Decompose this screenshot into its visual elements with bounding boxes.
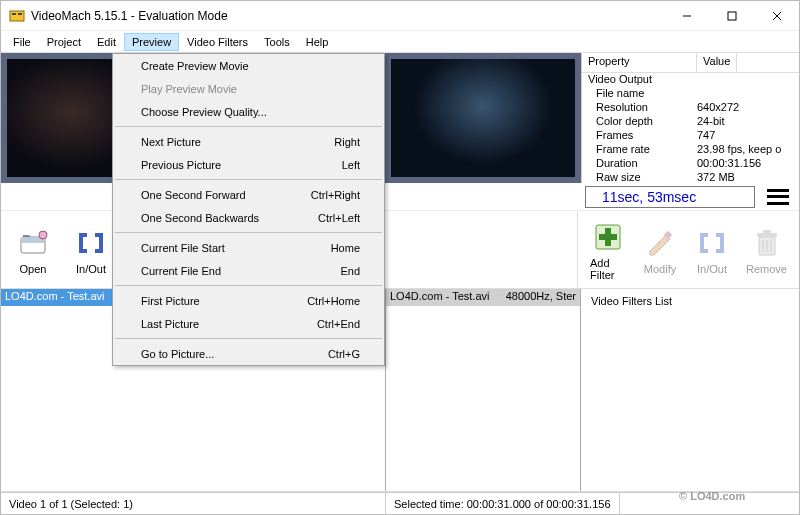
prop-row: Raw size372 MB xyxy=(582,171,799,183)
remove-button: Remove xyxy=(744,223,789,277)
tool-label: In/Out xyxy=(76,263,106,275)
svg-text:© LO4D.com: © LO4D.com xyxy=(679,490,745,502)
list-item[interactable]: LO4D.com - Test.avi 48000Hz, Ster xyxy=(386,289,580,306)
add-filter-button[interactable]: Add Filter xyxy=(588,217,628,283)
menu-item-shortcut: Home xyxy=(331,242,360,254)
svg-rect-16 xyxy=(763,230,771,233)
app-window: VideoMach 5.15.1 - Evaluation Mode FileP… xyxy=(0,0,800,515)
prop-row: File name xyxy=(582,87,799,101)
properties-body: Video Output File nameResolution640x272C… xyxy=(582,73,799,183)
prop-name: Raw size xyxy=(582,171,697,183)
prop-name: File name xyxy=(582,87,697,101)
inout2-button: In/Out xyxy=(692,223,732,277)
menu-item-label: Next Picture xyxy=(141,136,201,148)
menu-edit[interactable]: Edit xyxy=(89,33,124,51)
minimize-button[interactable] xyxy=(664,1,709,30)
titlebar: VideoMach 5.15.1 - Evaluation Mode xyxy=(1,1,799,31)
modify-icon xyxy=(642,225,678,261)
menu-item-label: One Second Forward xyxy=(141,189,246,201)
menu-item-create-preview-movie[interactable]: Create Preview Movie xyxy=(113,54,384,77)
menu-separator xyxy=(115,338,382,339)
menu-item-label: Create Preview Movie xyxy=(141,60,249,72)
menubar: FileProjectEditPreviewVideo FiltersTools… xyxy=(1,31,799,53)
svg-rect-15 xyxy=(757,233,777,237)
inout2-icon xyxy=(694,225,730,261)
menu-separator xyxy=(115,179,382,180)
menu-preview[interactable]: Preview xyxy=(124,33,179,51)
close-button[interactable] xyxy=(754,1,799,30)
menu-item-shortcut: End xyxy=(340,265,360,277)
prop-row: Frame rate23.98 fps, keep o xyxy=(582,143,799,157)
menu-item-one-second-backwards[interactable]: One Second BackwardsCtrl+Left xyxy=(113,206,384,229)
tool-label: Open xyxy=(20,263,47,275)
menu-item-last-picture[interactable]: Last PictureCtrl+End xyxy=(113,312,384,335)
prop-value xyxy=(697,87,799,101)
menu-icon[interactable] xyxy=(767,189,789,205)
menu-project[interactable]: Project xyxy=(39,33,89,51)
col-property[interactable]: Property xyxy=(582,53,697,72)
toolbar-right: Add FilterModifyIn/OutRemove xyxy=(577,211,799,288)
svg-rect-12 xyxy=(599,234,617,240)
status-left: Video 1 of 1 (Selected: 1) xyxy=(1,493,386,514)
prop-row: Duration00:00:31.156 xyxy=(582,157,799,171)
app-icon xyxy=(9,8,25,24)
maximize-button[interactable] xyxy=(709,1,754,30)
svg-rect-1 xyxy=(12,13,16,15)
properties-panel: Property Value Video Output File nameRes… xyxy=(581,53,799,183)
menu-item-label: Play Preview Movie xyxy=(141,83,237,95)
prop-name: Resolution xyxy=(582,101,697,115)
audio-file-list[interactable]: LO4D.com - Test.avi 48000Hz, Ster xyxy=(386,289,581,491)
svg-point-9 xyxy=(39,231,47,239)
menu-item-current-file-start[interactable]: Current File StartHome xyxy=(113,236,384,259)
list-item-label: LO4D.com - Test.avi xyxy=(5,290,104,305)
time-display[interactable]: 11sec, 53msec xyxy=(585,186,755,208)
menu-item-shortcut: Ctrl+End xyxy=(317,318,360,330)
menu-item-label: Choose Preview Quality... xyxy=(141,106,267,118)
menu-tools[interactable]: Tools xyxy=(256,33,298,51)
window-title: VideoMach 5.15.1 - Evaluation Mode xyxy=(31,9,664,23)
menu-item-one-second-forward[interactable]: One Second ForwardCtrl+Right xyxy=(113,183,384,206)
prop-name: Frame rate xyxy=(582,143,697,157)
menu-item-shortcut: Ctrl+Home xyxy=(307,295,360,307)
menu-item-shortcut: Ctrl+Right xyxy=(311,189,360,201)
prop-group: Video Output xyxy=(582,73,799,87)
open-button[interactable]: Open xyxy=(13,223,53,277)
menu-item-label: Go to Picture... xyxy=(141,348,214,360)
menu-item-shortcut: Ctrl+G xyxy=(328,348,360,360)
preview-menu-dropdown: Create Preview MoviePlay Preview MovieCh… xyxy=(112,53,385,366)
watermark: © LO4D.com xyxy=(679,484,789,508)
prop-value: 372 MB xyxy=(697,171,799,183)
prop-value: 747 xyxy=(697,129,799,143)
col-value[interactable]: Value xyxy=(697,53,737,72)
menu-item-current-file-end[interactable]: Current File EndEnd xyxy=(113,259,384,282)
svg-rect-4 xyxy=(728,12,736,20)
prop-name: Color depth xyxy=(582,115,697,129)
menu-separator xyxy=(115,285,382,286)
tool-label: In/Out xyxy=(697,263,727,275)
prop-name: Duration xyxy=(582,157,697,171)
menu-item-label: One Second Backwards xyxy=(141,212,259,224)
inout-icon xyxy=(73,225,109,261)
menu-item-first-picture[interactable]: First PictureCtrl+Home xyxy=(113,289,384,312)
prop-row: Frames747 xyxy=(582,129,799,143)
menu-help[interactable]: Help xyxy=(298,33,337,51)
menu-item-label: Previous Picture xyxy=(141,159,221,171)
prop-value: 24-bit xyxy=(697,115,799,129)
modify-button: Modify xyxy=(640,223,680,277)
menu-item-go-to-picture[interactable]: Go to Picture...Ctrl+G xyxy=(113,342,384,365)
inout-button[interactable]: In/Out xyxy=(71,223,111,277)
menu-item-previous-picture[interactable]: Previous PictureLeft xyxy=(113,153,384,176)
prop-row: Color depth24-bit xyxy=(582,115,799,129)
menu-video-filters[interactable]: Video Filters xyxy=(179,33,256,51)
preview-frame-end[interactable] xyxy=(391,59,575,177)
menu-file[interactable]: File xyxy=(5,33,39,51)
svg-rect-0 xyxy=(10,11,24,21)
menu-item-choose-preview-quality[interactable]: Choose Preview Quality... xyxy=(113,100,384,123)
properties-header: Property Value xyxy=(582,53,799,73)
open-icon xyxy=(15,225,51,261)
prop-name: Frames xyxy=(582,129,697,143)
prop-row: Resolution640x272 xyxy=(582,101,799,115)
menu-item-label: Current File Start xyxy=(141,242,225,254)
prop-value: 640x272 xyxy=(697,101,799,115)
menu-item-next-picture[interactable]: Next PictureRight xyxy=(113,130,384,153)
